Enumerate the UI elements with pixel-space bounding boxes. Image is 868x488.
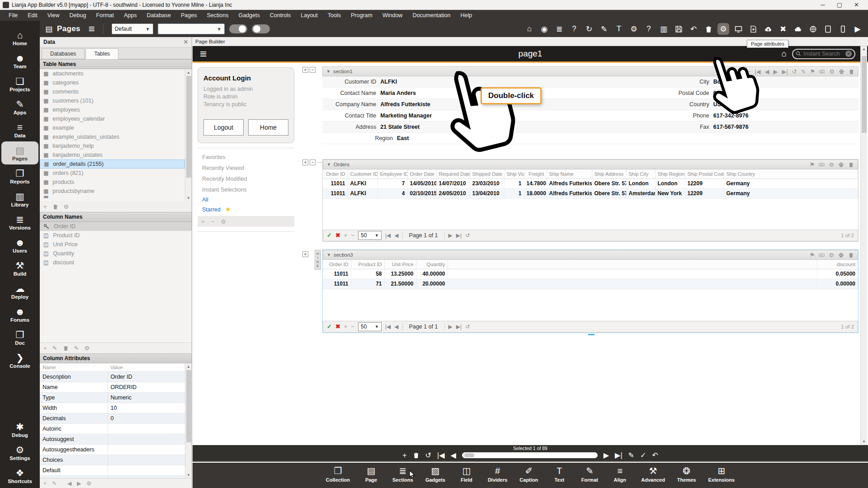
next-record-icon[interactable]: ▶: [774, 68, 778, 75]
run-icon[interactable]: ▶: [852, 23, 863, 35]
grid-cell[interactable]: 4: [377, 188, 407, 198]
print-icon[interactable]: [838, 162, 844, 168]
home-button[interactable]: Home: [248, 119, 288, 136]
section1-header[interactable]: ▼ section1 +−|◀◀▶▶|↺✎⚑⚙: [322, 66, 859, 76]
remove-row-icon[interactable]: −: [351, 323, 354, 330]
grid-header-ship-address[interactable]: Ship Address: [592, 169, 626, 178]
sidebar-item-versions[interactable]: ≣Versions: [0, 211, 40, 234]
menu-pages[interactable]: Pages: [176, 10, 202, 21]
edit-record-icon[interactable]: ✎: [628, 451, 634, 460]
column-settings-icon[interactable]: ⚙: [84, 345, 90, 352]
delete-section-icon[interactable]: [849, 69, 854, 75]
flag-icon[interactable]: ⚑: [810, 252, 815, 258]
preview-eye-icon[interactable]: ◉: [538, 23, 550, 35]
menu-database[interactable]: Database: [142, 10, 176, 21]
menu-format[interactable]: Format: [91, 10, 119, 21]
flag-icon[interactable]: ⚑: [810, 161, 815, 168]
sidebar-item-projects[interactable]: ❏Projects: [0, 72, 40, 95]
column-row[interactable]: ◫Quantity: [40, 249, 192, 258]
close-button[interactable]: ✕: [854, 1, 859, 8]
prev-record-icon[interactable]: ◀: [450, 451, 456, 460]
grid-header-discount[interactable]: discount: [817, 260, 858, 269]
grid-header-order-id[interactable]: Order ID: [323, 169, 348, 178]
menu-link[interactable]: Favorites: [198, 152, 294, 163]
grid-cell[interactable]: 12209: [685, 188, 724, 198]
add-attribute-icon[interactable]: +: [43, 480, 47, 487]
menu-sections[interactable]: Sections: [202, 10, 233, 21]
grid-cell[interactable]: 21.50000: [384, 279, 416, 289]
minimize-button[interactable]: ─: [821, 1, 825, 8]
menu-layout[interactable]: Layout: [296, 10, 323, 21]
confirm-icon[interactable]: ✓: [640, 451, 646, 460]
table-row[interactable]: ▦products: [40, 178, 185, 187]
toggle-switch-2[interactable]: [252, 24, 270, 33]
grid-cell[interactable]: 58: [351, 269, 384, 279]
sidebar-item-settings[interactable]: ⚙Settings: [0, 441, 40, 464]
grid-cell[interactable]: 0.00000: [817, 279, 858, 289]
app-help-icon[interactable]: ?: [643, 23, 655, 35]
add-row-icon[interactable]: +: [344, 323, 348, 330]
dock-item-dividers[interactable]: #Dividers: [488, 465, 507, 483]
sidebar-item-reports[interactable]: ❐Reports: [0, 164, 40, 188]
flag-icon[interactable]: ⚑: [810, 68, 816, 75]
print-icon[interactable]: [838, 252, 844, 258]
table-row[interactable]: Autosuggest: [40, 434, 185, 444]
next-page-icon[interactable]: ▶: [448, 324, 453, 330]
menu-debug[interactable]: Debug: [65, 10, 91, 21]
grid-header-quantity[interactable]: Quantity: [416, 260, 448, 269]
refresh-icon[interactable]: ↺: [425, 451, 431, 460]
record-slider[interactable]: [462, 452, 598, 458]
grid-header-freight[interactable]: Freight: [524, 169, 547, 178]
rename-column-icon[interactable]: ✎: [74, 345, 79, 352]
attr-value[interactable]: [108, 475, 185, 478]
grid-header-ship-region[interactable]: Ship Region: [655, 169, 685, 178]
home-icon[interactable]: ⌂: [524, 23, 535, 35]
menu-link[interactable]: Recently Viewed: [198, 163, 294, 174]
form-tool-icon[interactable]: T: [613, 23, 625, 35]
sidebar-item-apps[interactable]: ✎Apps: [0, 95, 40, 118]
menu-documentation[interactable]: Documentation: [407, 10, 455, 21]
grid-cell[interactable]: 11011: [323, 279, 351, 289]
add-favorite-icon[interactable]: +: [201, 218, 205, 225]
table-row[interactable]: ▦example: [40, 123, 185, 132]
menu-program[interactable]: Program: [346, 10, 377, 21]
add-table-icon[interactable]: +: [43, 203, 47, 210]
column-row[interactable]: Order ID: [40, 222, 192, 231]
menu-link-starred[interactable]: Starred★: [198, 204, 294, 214]
commit-icon[interactable]: ✓: [327, 323, 332, 330]
sidebar-item-build[interactable]: ⚒Build: [0, 257, 40, 280]
sidebar-item-doc[interactable]: ❐Doc: [0, 326, 40, 349]
grid-cell[interactable]: 14/07/2010: [436, 178, 470, 188]
table-row[interactable]: ▦: [40, 196, 185, 198]
delete-section-icon[interactable]: [848, 162, 854, 168]
table-row[interactable]: NameORDERID: [40, 382, 185, 392]
menu-gadgets[interactable]: Gadgets: [233, 10, 264, 21]
grid-cell[interactable]: Germany: [724, 178, 858, 188]
prev-record-icon[interactable]: ◀: [67, 480, 71, 487]
grid-cell[interactable]: 02/10/2015: [407, 188, 436, 198]
table-row[interactable]: TypeNumeric: [40, 392, 185, 403]
table-settings-icon[interactable]: ⚙: [64, 203, 69, 210]
close-icon[interactable]: ✕: [184, 39, 188, 45]
maximize-button[interactable]: ▢: [837, 1, 842, 8]
grid-cell[interactable]: 1: [504, 188, 524, 198]
table-row[interactable]: ▦employees: [40, 105, 185, 114]
sidebar-item-team[interactable]: ☻Team: [0, 49, 40, 72]
grid-cell[interactable]: London: [655, 178, 685, 188]
sidebar-item-forums[interactable]: ☻Forums: [0, 303, 40, 326]
cloud-icon[interactable]: [792, 23, 804, 35]
grid-cell[interactable]: Alfreds Futterkiste: [547, 178, 592, 188]
last-record-icon[interactable]: ▶|: [782, 68, 788, 75]
publish-icon[interactable]: [762, 23, 774, 35]
table-row[interactable]: ▦orders (821): [40, 169, 185, 178]
table-row[interactable]: Choices: [40, 455, 185, 465]
delete-column-icon[interactable]: [63, 345, 69, 351]
dock-item-field[interactable]: ◫Field: [458, 465, 476, 483]
grid-cell[interactable]: 20.00000: [416, 279, 448, 289]
menu-link[interactable]: Recently Modified: [198, 174, 294, 184]
tab-databases[interactable]: Databases: [42, 48, 85, 59]
menu-window[interactable]: Window: [377, 10, 407, 21]
menu-link-all[interactable]: All: [198, 195, 294, 204]
grid-cell[interactable]: 11011: [323, 178, 348, 188]
scroll-down-icon[interactable]: ▼: [861, 439, 867, 445]
